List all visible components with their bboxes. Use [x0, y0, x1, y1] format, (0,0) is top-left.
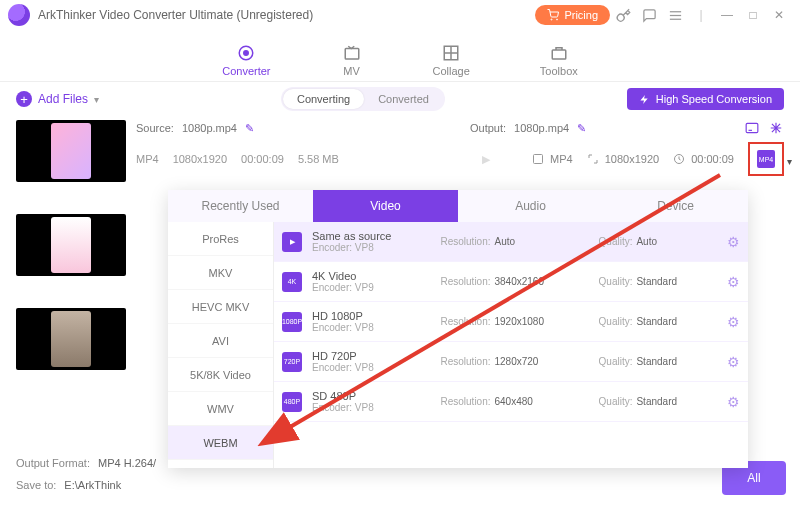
format-side-mkv[interactable]: MKV [168, 256, 273, 290]
preset-settings-icon[interactable]: ⚙ [727, 314, 740, 330]
output-format-label: Output Format: [16, 457, 90, 469]
preset-resolution: 1280x720 [495, 356, 539, 367]
file-thumbnail-3[interactable] [16, 308, 126, 370]
preset-title: Same as source [312, 230, 430, 242]
preset-icon: 4K [282, 272, 302, 292]
preset-icon: ▶ [282, 232, 302, 252]
preset-settings-icon[interactable]: ⚙ [727, 354, 740, 370]
res-label: Resolution: [440, 396, 490, 407]
edit-output-icon[interactable]: ✎ [577, 122, 586, 135]
nav-converter[interactable]: Converter [222, 44, 270, 77]
save-to-value[interactable]: E:\ArkThink [64, 477, 131, 493]
close-button[interactable]: ✕ [766, 2, 792, 28]
nav-collage[interactable]: Collage [433, 44, 470, 77]
svg-rect-15 [746, 123, 758, 132]
preset-quality: Standard [636, 316, 677, 327]
q-label: Quality: [599, 356, 633, 367]
clock-icon [673, 153, 685, 165]
menu-icon[interactable] [662, 2, 688, 28]
save-to-label: Save to: [16, 479, 56, 491]
q-label: Quality: [599, 316, 633, 327]
preset-icon: 480P [282, 392, 302, 412]
nav-collage-label: Collage [433, 65, 470, 77]
res-label: Resolution: [440, 316, 490, 327]
format-side-prores[interactable]: ProRes [168, 222, 273, 256]
nav-toolbox-label: Toolbox [540, 65, 578, 77]
svg-rect-17 [534, 155, 543, 164]
preset-icon: 720P [282, 352, 302, 372]
format-side-hevc-mkv[interactable]: HEVC MKV [168, 290, 273, 324]
file-thumbnail-2[interactable] [16, 214, 126, 276]
add-files-button[interactable]: + Add Files ▾ [16, 91, 99, 107]
preset-settings-icon[interactable]: ⚙ [727, 234, 740, 250]
preset-settings-icon[interactable]: ⚙ [727, 394, 740, 410]
preset-row[interactable]: 4K4K VideoEncoder: VP9Resolution: 3840x2… [274, 262, 748, 302]
preset-row[interactable]: ▶Same as sourceEncoder: VP8Resolution: A… [274, 222, 748, 262]
preset-row[interactable]: 720PHD 720PEncoder: VP8Resolution: 1280x… [274, 342, 748, 382]
preset-row[interactable]: 1080PHD 1080PEncoder: VP8Resolution: 192… [274, 302, 748, 342]
out-fmt: MP4 [550, 153, 573, 165]
file-size: 5.58 MB [298, 153, 339, 165]
file-thumbnail[interactable] [16, 120, 126, 182]
preset-icon: 1080P [282, 312, 302, 332]
preset-resolution: 1920x1080 [495, 316, 545, 327]
preset-row[interactable]: 480PSD 480PEncoder: VP8Resolution: 640x4… [274, 382, 748, 422]
format-side-webm[interactable]: WEBM [168, 426, 273, 460]
edit-source-icon[interactable]: ✎ [245, 122, 254, 135]
file-dur: 00:00:09 [241, 153, 284, 165]
maximize-button[interactable]: □ [740, 2, 766, 28]
nav-toolbox[interactable]: Toolbox [540, 44, 578, 77]
converter-icon [235, 44, 257, 62]
svg-point-1 [557, 19, 558, 20]
svg-rect-14 [552, 50, 566, 59]
format-dropdown[interactable]: MP4 ▾ [748, 142, 784, 176]
tab-recently-used[interactable]: Recently Used [168, 190, 313, 222]
key-icon[interactable] [610, 2, 636, 28]
feedback-icon[interactable] [636, 2, 662, 28]
preset-title: HD 1080P [312, 310, 430, 322]
output-format-value[interactable]: MP4 H.264/ [98, 455, 166, 471]
source-label: Source: [136, 122, 174, 134]
tab-video[interactable]: Video [313, 190, 458, 222]
add-files-label: Add Files [38, 92, 88, 106]
tab-device[interactable]: Device [603, 190, 748, 222]
minimize-button[interactable]: — [714, 2, 740, 28]
convert-all-label: All [747, 471, 760, 485]
format-side-mxf[interactable]: MXF [168, 460, 273, 468]
nav-mv[interactable]: MV [341, 44, 363, 77]
preset-encoder: Encoder: VP9 [312, 282, 430, 293]
q-label: Quality: [599, 396, 633, 407]
preset-title: SD 480P [312, 390, 430, 402]
pricing-button[interactable]: Pricing [535, 5, 610, 25]
preset-resolution: Auto [495, 236, 516, 247]
mv-icon [341, 44, 363, 62]
preset-settings-icon[interactable]: ⚙ [727, 274, 740, 290]
expand-icon [587, 153, 599, 165]
source-name: 1080p.mp4 [182, 122, 237, 134]
res-label: Resolution: [440, 236, 490, 247]
svg-point-0 [551, 19, 552, 20]
preset-quality: Standard [636, 276, 677, 287]
plus-icon: + [16, 91, 32, 107]
format-panel: Recently Used Video Audio Device ProResM… [168, 190, 748, 468]
bolt-icon [639, 94, 650, 105]
high-speed-conversion-button[interactable]: High Speed Conversion [627, 88, 784, 110]
pill-converted[interactable]: Converted [364, 89, 443, 109]
preset-title: HD 720P [312, 350, 430, 362]
divider-icon: | [688, 2, 714, 28]
res-label: Resolution: [440, 356, 490, 367]
format-side-avi[interactable]: AVI [168, 324, 273, 358]
file-dim: 1080x1920 [173, 153, 227, 165]
subtitle-icon[interactable] [744, 120, 760, 136]
output-name: 1080p.mp4 [514, 122, 569, 134]
tab-audio[interactable]: Audio [458, 190, 603, 222]
preset-resolution: 640x480 [495, 396, 533, 407]
preset-resolution: 3840x2160 [495, 276, 545, 287]
format-side-5k-8k-video[interactable]: 5K/8K Video [168, 358, 273, 392]
format-side-wmv[interactable]: WMV [168, 392, 273, 426]
res-label: Resolution: [440, 276, 490, 287]
preset-quality: Standard [636, 356, 677, 367]
enhance-icon[interactable] [768, 120, 784, 136]
pill-converting[interactable]: Converting [283, 89, 364, 109]
q-label: Quality: [599, 276, 633, 287]
